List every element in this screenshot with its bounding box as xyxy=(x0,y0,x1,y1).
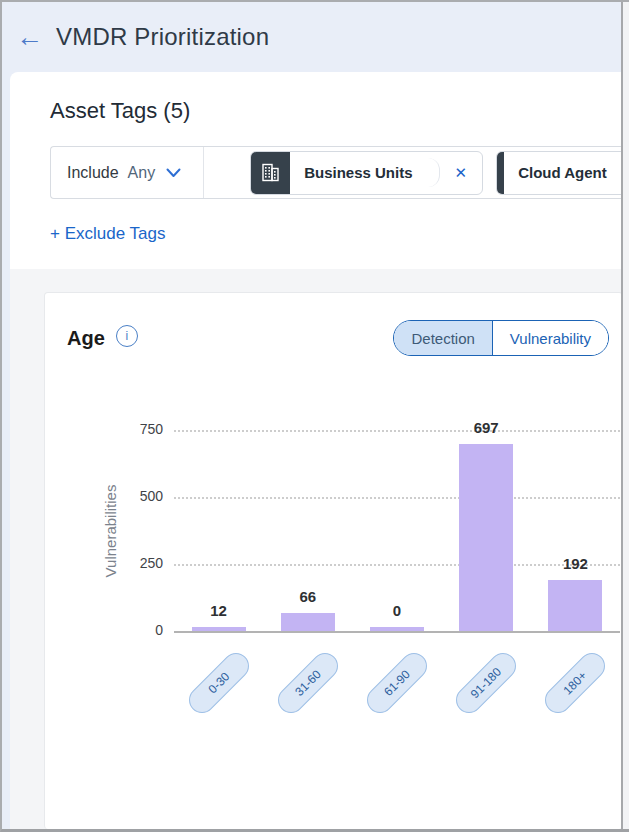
x-axis-pill-0-30[interactable]: 0-30 xyxy=(183,648,254,719)
app-window: ← VMDR Prioritization Asset Tags (5) Inc… xyxy=(0,0,629,832)
info-icon[interactable]: i xyxy=(116,325,138,347)
age-chart-header: Age i Detection Vulnerability xyxy=(67,320,622,356)
toggle-option-vulnerability[interactable]: Vulnerability xyxy=(492,321,608,355)
tag-label: Cloud Agent xyxy=(504,164,621,181)
gridline xyxy=(174,430,620,432)
age-bar-chart: Vulnerabilities 0250500750120-306631-600… xyxy=(67,382,622,772)
x-axis-line xyxy=(174,631,620,633)
y-tick-label: 750 xyxy=(107,421,163,437)
x-axis-pill-31-60[interactable]: 31-60 xyxy=(272,648,343,719)
asset-tags-card: Asset Tags (5) Include Any xyxy=(10,72,629,269)
remove-tag-icon[interactable]: ✕ xyxy=(440,164,483,182)
bar-value-label: 192 xyxy=(535,555,615,572)
dashboard-section: Age i Detection Vulnerability Vulnerabil… xyxy=(10,269,629,829)
buildings-icon xyxy=(251,152,290,194)
tag-cloud-agent: Cloud Agent ✕ xyxy=(496,151,629,195)
back-arrow-icon[interactable]: ← xyxy=(16,24,43,51)
page-body: Asset Tags (5) Include Any xyxy=(2,72,629,829)
scrollbar-gutter[interactable] xyxy=(621,2,629,829)
bar-31-60[interactable] xyxy=(281,613,335,631)
x-axis-pill-180+[interactable]: 180+ xyxy=(540,648,611,719)
asset-tags-title: Asset Tags (5) xyxy=(50,98,629,124)
tag-label: Business Units xyxy=(290,164,426,181)
y-tick-label: 0 xyxy=(107,622,163,638)
include-label: Include xyxy=(67,164,119,182)
included-tags-list: Business Units ✕ Cloud Agent ✕ xyxy=(204,147,629,198)
bar-value-label: 0 xyxy=(357,602,437,619)
tag-color-bar xyxy=(497,152,504,194)
age-chart-card: Age i Detection Vulnerability Vulnerabil… xyxy=(44,292,623,829)
bar-value-label: 697 xyxy=(446,419,526,436)
chevron-down-icon xyxy=(166,168,181,178)
y-tick-label: 250 xyxy=(107,555,163,571)
tag-business-units: Business Units ✕ xyxy=(250,151,483,195)
include-value: Any xyxy=(128,164,156,182)
exclude-tags-link[interactable]: + Exclude Tags xyxy=(50,224,165,244)
bar-value-label: 66 xyxy=(268,588,348,605)
bar-value-label: 12 xyxy=(179,602,259,619)
x-axis-pill-61-90[interactable]: 61-90 xyxy=(362,648,433,719)
tag-divider xyxy=(427,158,440,187)
tag-filter-bar: Include Any xyxy=(50,146,629,199)
chart-title: Age xyxy=(67,327,105,350)
toggle-option-detection[interactable]: Detection xyxy=(394,321,491,355)
page-header: ← VMDR Prioritization xyxy=(2,2,629,72)
bar-180+[interactable] xyxy=(548,580,602,631)
include-dropdown[interactable]: Include Any xyxy=(51,147,204,198)
page-title: VMDR Prioritization xyxy=(56,23,269,51)
gridline xyxy=(174,497,620,499)
y-tick-label: 500 xyxy=(107,488,163,504)
detection-vulnerability-toggle: Detection Vulnerability xyxy=(393,320,609,356)
bar-91-180[interactable] xyxy=(459,444,513,631)
x-axis-pill-91-180[interactable]: 91-180 xyxy=(451,648,522,719)
